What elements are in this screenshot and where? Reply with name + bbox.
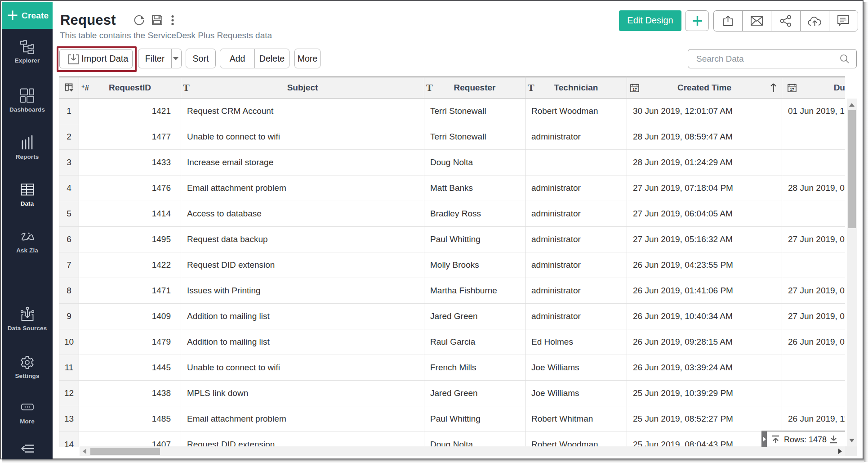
svg-text:17: 17 [790,87,794,92]
svg-text:17: 17 [632,87,637,92]
